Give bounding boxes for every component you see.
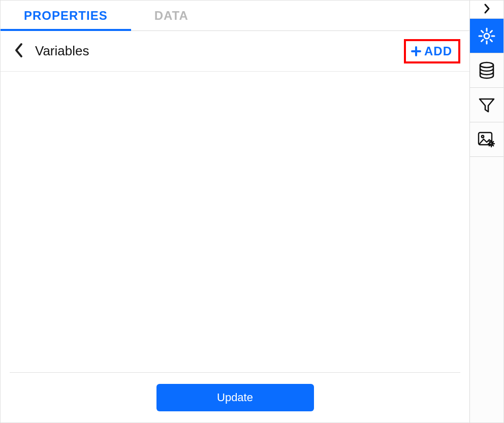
svg-line-17 — [489, 141, 490, 142]
svg-line-20 — [493, 141, 493, 142]
svg-line-8 — [490, 30, 492, 32]
side-toolbar — [470, 1, 503, 422]
plus-icon — [411, 46, 421, 56]
image-gear-icon — [477, 131, 496, 149]
tab-data-label: DATA — [154, 9, 188, 23]
svg-line-18 — [493, 145, 493, 145]
chevron-left-icon — [14, 43, 23, 60]
add-button[interactable]: ADD — [404, 39, 460, 63]
footer-row: Update — [10, 384, 460, 422]
toolbar-data-button[interactable] — [470, 53, 503, 88]
panel-body: Update — [1, 72, 469, 422]
toolbar-settings-button[interactable] — [470, 19, 503, 53]
svg-point-9 — [480, 62, 493, 68]
back-button[interactable] — [10, 42, 28, 60]
tabs-bar: PROPERTIES DATA — [1, 1, 469, 31]
collapse-panel-button[interactable] — [470, 1, 503, 19]
section-title: Variables — [35, 43, 89, 59]
svg-line-7 — [482, 40, 484, 42]
gear-icon — [478, 27, 496, 45]
filter-icon — [478, 96, 495, 114]
tab-properties[interactable]: PROPERTIES — [1, 1, 131, 30]
svg-line-5 — [482, 30, 484, 32]
toolbar-filter-button[interactable] — [470, 88, 503, 122]
app-root: PROPERTIES DATA Variables — [0, 0, 504, 423]
update-button[interactable]: Update — [156, 384, 314, 411]
svg-point-11 — [482, 135, 484, 137]
database-icon — [478, 61, 495, 80]
chevron-right-icon — [483, 3, 490, 16]
toolbar-image-settings-button[interactable] — [470, 122, 503, 157]
svg-line-19 — [489, 145, 490, 145]
section-header: Variables ADD — [1, 31, 469, 72]
tab-properties-label: PROPERTIES — [24, 9, 108, 23]
tab-data[interactable]: DATA — [131, 1, 212, 30]
add-button-label: ADD — [424, 44, 452, 58]
svg-line-6 — [490, 40, 492, 42]
variables-list-empty — [10, 72, 460, 372]
update-button-label: Update — [217, 391, 253, 404]
main-panel: PROPERTIES DATA Variables — [1, 1, 470, 422]
svg-point-0 — [484, 34, 489, 39]
body-divider — [10, 372, 460, 373]
